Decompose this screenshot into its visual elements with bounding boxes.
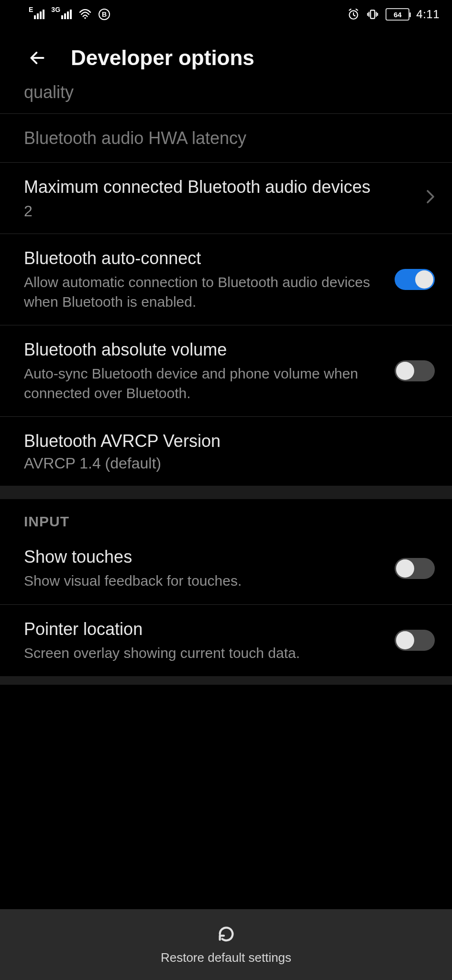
row-title: Show touches bbox=[24, 546, 383, 568]
row-title: Maximum connected Bluetooth audio device… bbox=[24, 176, 418, 198]
toggle-absolute-volume[interactable] bbox=[395, 360, 435, 381]
row-quality[interactable]: quality bbox=[0, 81, 452, 114]
badge-icon: B bbox=[99, 9, 110, 20]
section-divider bbox=[0, 676, 452, 685]
row-pointer-location[interactable]: Pointer location Screen overlay showing … bbox=[0, 605, 452, 677]
svg-rect-2 bbox=[371, 10, 375, 18]
wifi-icon bbox=[78, 9, 92, 20]
row-title: Bluetooth audio HWA latency bbox=[24, 127, 435, 149]
row-subtitle: Auto-sync Bluetooth device and phone vol… bbox=[24, 364, 383, 403]
row-subtitle: Allow automatic connection to Bluetooth … bbox=[24, 273, 383, 312]
toggle-autoconnect[interactable] bbox=[395, 269, 435, 290]
alarm-icon bbox=[347, 8, 360, 21]
row-title: Pointer location bbox=[24, 618, 383, 640]
restore-icon bbox=[217, 924, 236, 946]
section-divider bbox=[0, 486, 452, 499]
row-title: Bluetooth AVRCP Version bbox=[24, 430, 435, 452]
row-bt-autoconnect[interactable]: Bluetooth auto-connect Allow automatic c… bbox=[0, 234, 452, 325]
signal-2-icon: 3G bbox=[51, 10, 72, 19]
row-value: 2 bbox=[24, 202, 418, 220]
svg-point-0 bbox=[84, 17, 86, 19]
vibrate-icon bbox=[366, 8, 379, 21]
row-value: AVRCP 1.4 (default) bbox=[24, 455, 435, 472]
row-hwa-latency[interactable]: Bluetooth audio HWA latency bbox=[0, 114, 452, 163]
settings-list: quality Bluetooth audio HWA latency Maxi… bbox=[0, 81, 452, 909]
app-header: Developer options bbox=[0, 29, 452, 81]
row-max-bt-devices[interactable]: Maximum connected Bluetooth audio device… bbox=[0, 163, 452, 234]
page-title: Developer options bbox=[71, 46, 254, 70]
status-bar: E 3G B 64 4:11 bbox=[0, 0, 452, 29]
signal-1-icon: E bbox=[29, 10, 44, 19]
chevron-right-icon bbox=[418, 189, 435, 208]
row-subtitle: Show visual feedback for touches. bbox=[24, 571, 383, 591]
clock-text: 4:11 bbox=[416, 8, 440, 21]
row-title: Bluetooth absolute volume bbox=[24, 339, 383, 360]
toggle-pointer-location[interactable] bbox=[395, 630, 435, 651]
back-arrow-icon[interactable] bbox=[27, 47, 48, 68]
row-title: quality bbox=[24, 81, 435, 103]
battery-icon: 64 bbox=[386, 8, 409, 21]
row-title: Bluetooth auto-connect bbox=[24, 247, 383, 269]
restore-label: Restore default settings bbox=[161, 950, 291, 965]
row-subtitle: Screen overlay showing current touch dat… bbox=[24, 644, 383, 663]
row-avrcp-version[interactable]: Bluetooth AVRCP Version AVRCP 1.4 (defau… bbox=[0, 417, 452, 486]
footer-restore[interactable]: Restore default settings bbox=[0, 909, 452, 980]
toggle-show-touches[interactable] bbox=[395, 558, 435, 579]
section-header-input: INPUT bbox=[0, 499, 452, 533]
row-bt-absolute-volume[interactable]: Bluetooth absolute volume Auto-sync Blue… bbox=[0, 325, 452, 417]
row-show-touches[interactable]: Show touches Show visual feedback for to… bbox=[0, 533, 452, 605]
